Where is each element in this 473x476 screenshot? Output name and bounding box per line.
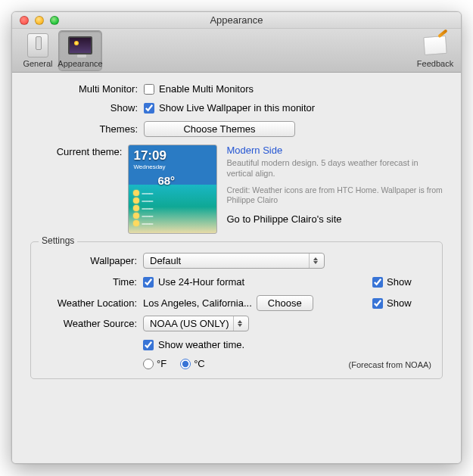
theme-clock: 17:09 (133, 148, 166, 163)
weather-show-checkbox[interactable] (372, 298, 383, 309)
settings-group: Settings Wallpaper: Default Time: Use 24… (30, 241, 443, 379)
toolbar-general-label: General (23, 59, 52, 68)
show-live-wallpaper-text: Show Live Wallpaper in this monitor (159, 102, 315, 114)
preferences-window: Appearance General Appearance Feedback M… (11, 11, 462, 464)
use-24hour-text: Use 24-Hour format (158, 276, 244, 288)
unit-f-radio[interactable] (143, 359, 154, 369)
theme-forecast: ═══ ═══ ═══ ═══ ═══ (133, 189, 171, 227)
unit-fahrenheit[interactable]: °F (143, 358, 166, 369)
time-show-checkbox[interactable] (372, 277, 383, 288)
choose-themes-button[interactable]: Choose Themes (144, 121, 295, 137)
window-controls (12, 16, 59, 25)
window-title: Appearance (12, 14, 461, 26)
chevron-updown-icon (309, 254, 321, 268)
multi-monitor-label: Multi Monitor: (30, 83, 144, 95)
show-weather-time-checkbox[interactable] (143, 340, 154, 350)
theme-name: Modern Side (226, 145, 443, 156)
theme-day: Wednesday (133, 163, 165, 170)
time-show-text: Show (387, 276, 412, 288)
content-pane: Multi Monitor: Enable Multi Monitors Sho… (12, 73, 461, 463)
use-24hour-checkbox[interactable] (143, 277, 154, 288)
weather-location-value: Los Angeles, California... (143, 297, 257, 309)
zoom-icon[interactable] (50, 16, 59, 25)
toolbar: General Appearance Feedback (12, 29, 461, 73)
wallpaper-popup[interactable]: Default (143, 253, 325, 269)
wallpaper-label: Wallpaper: (40, 255, 143, 266)
toolbar-feedback-label: Feedback (417, 59, 453, 68)
chevron-updown-icon (233, 316, 245, 331)
enable-multi-monitors-checkbox[interactable] (144, 84, 154, 95)
theme-temp: 68° (157, 174, 175, 187)
weather-source-label: Weather Source: (40, 318, 143, 329)
wallpaper-value: Default (150, 255, 181, 266)
theme-thumbnail: 17:09 Wednesday 68° ═══ ═══ ═══ ═══ ═══ (128, 145, 217, 234)
close-icon[interactable] (20, 16, 29, 25)
show-live-wallpaper-checkbox[interactable] (144, 103, 154, 114)
theme-author-link[interactable]: Go to Philippe Clairo's site (226, 213, 443, 225)
weather-show[interactable]: Show (372, 297, 433, 309)
titlebar: Appearance (12, 12, 461, 29)
time-show[interactable]: Show (372, 276, 433, 288)
enable-multi-monitors-text: Enable Multi Monitors (159, 83, 254, 95)
toolbar-general[interactable]: General (17, 31, 59, 70)
theme-description: Beautiful modern design. 5 days weather … (226, 157, 443, 179)
time-label: Time: (40, 276, 143, 288)
unit-c-radio[interactable] (180, 359, 191, 369)
feedback-icon (423, 33, 447, 58)
weather-show-text: Show (387, 297, 412, 309)
switch-icon (26, 33, 50, 58)
use-24hour[interactable]: Use 24-Hour format (143, 276, 372, 288)
enable-multi-monitors[interactable]: Enable Multi Monitors (144, 83, 254, 95)
toolbar-feedback[interactable]: Feedback (414, 31, 456, 70)
unit-c-text: °C (194, 358, 205, 369)
forecast-note: (Forecast from NOAA) (349, 360, 431, 369)
minimize-icon[interactable] (35, 16, 44, 25)
weather-source-value: NOAA (US ONLY) (150, 318, 229, 329)
choose-location-button[interactable]: Choose (257, 295, 313, 311)
settings-caption: Settings (39, 235, 77, 246)
theme-credit: Credit: Weather icons are from HTC Home.… (226, 185, 443, 206)
show-weather-time-text: Show weather time. (158, 339, 244, 350)
themes-label: Themes: (30, 123, 144, 135)
show-label: Show: (30, 102, 144, 114)
weather-source-popup[interactable]: NOAA (US ONLY) (143, 316, 249, 331)
monitor-icon (68, 33, 92, 58)
unit-f-text: °F (157, 358, 166, 369)
toolbar-appearance-label: Appearance (58, 59, 102, 68)
unit-celsius[interactable]: °C (180, 358, 205, 369)
show-live-wallpaper[interactable]: Show Live Wallpaper in this monitor (144, 102, 315, 114)
weather-location-label: Weather Location: (40, 297, 143, 309)
show-weather-time[interactable]: Show weather time. (143, 339, 244, 350)
current-theme-label: Current theme: (30, 145, 128, 157)
toolbar-appearance[interactable]: Appearance (59, 31, 101, 70)
